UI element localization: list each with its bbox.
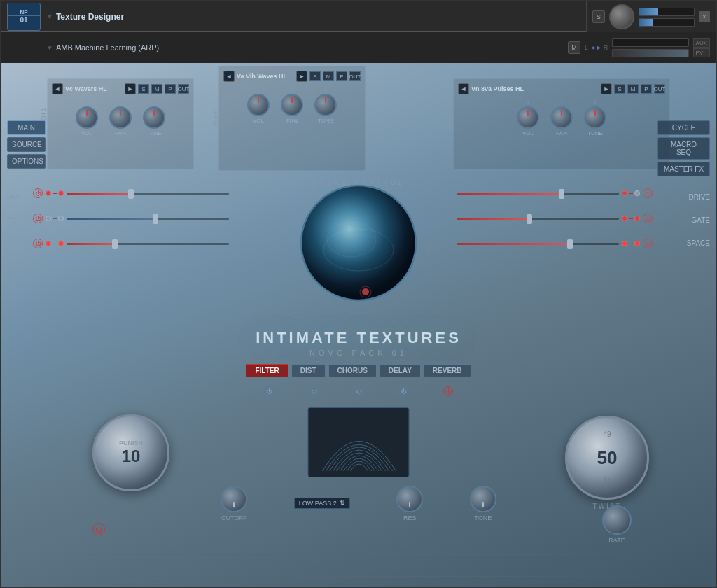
ch3-tune-knob[interactable]	[584, 106, 606, 129]
delay-power-icon[interactable]: ⏻	[398, 386, 408, 396]
master-fx-button[interactable]: MASTER FX	[657, 162, 710, 176]
ch2-label-container: CH 2	[209, 111, 221, 126]
tab-dist[interactable]: DIST	[291, 364, 326, 377]
tone-knob[interactable]	[470, 486, 496, 512]
ch2-p[interactable]: P	[336, 71, 347, 81]
ch1-m[interactable]: M	[151, 84, 162, 94]
ch2-vol-knob[interactable]	[247, 94, 270, 116]
cycle-button[interactable]: CYCLE	[657, 120, 710, 135]
brand-name: HEAVYOCITY	[316, 562, 401, 570]
ch3-m[interactable]: M	[627, 84, 639, 94]
dist-power-icon[interactable]: ⏻	[309, 386, 319, 396]
ch2-out[interactable]: OUT	[349, 71, 361, 81]
ch2-pan-knob[interactable]	[281, 94, 303, 116]
ch3-p[interactable]: P	[641, 84, 652, 94]
env-mid-conn[interactable]	[58, 190, 64, 196]
eq-label: EQ	[7, 213, 32, 223]
ch1-tune-knob[interactable]	[143, 106, 165, 129]
drive-slider[interactable]	[457, 192, 619, 195]
ch2-prev[interactable]: ◄	[223, 71, 235, 82]
s-button[interactable]: S	[592, 10, 605, 23]
eq-power[interactable]: ⏻	[33, 214, 43, 223]
gate-power[interactable]: ⏻	[643, 214, 653, 223]
ch3-s[interactable]: S	[614, 84, 625, 94]
ch1-out[interactable]: OUT	[178, 84, 189, 94]
tune-knob[interactable]	[609, 4, 634, 29]
eq-connector-area	[46, 216, 64, 221]
filter-power-icon[interactable]: ⏻	[264, 386, 274, 396]
close-button[interactable]: ×	[699, 11, 710, 22]
ch2-tune-knob[interactable]	[314, 94, 337, 116]
drive-mid-conn[interactable]	[634, 190, 640, 196]
space-right-conn[interactable]	[622, 241, 627, 246]
eq-left-conn[interactable]	[46, 216, 51, 221]
ch3-pan-knob[interactable]	[550, 106, 573, 129]
tune-control	[609, 4, 634, 29]
m-button[interactable]: M	[568, 41, 580, 54]
punish-knob[interactable]: PUNISH 10	[92, 414, 169, 491]
env-left-conn[interactable]	[46, 190, 51, 196]
filter-power[interactable]: ⏻	[33, 239, 43, 248]
chorus-power-icon[interactable]: ⏻	[354, 386, 363, 396]
reverb-pwr: ⏻	[427, 386, 469, 396]
gate-mid-conn[interactable]	[634, 216, 640, 221]
filter-left-conn[interactable]	[46, 241, 51, 246]
filter-mid-conn[interactable]	[58, 241, 64, 246]
inst-name: INTIMATE TEXTURES	[1, 329, 716, 347]
drive-power[interactable]: ⏻	[643, 188, 653, 198]
reverb-power-icon[interactable]: ⏻	[443, 386, 453, 396]
cutoff-group: CUTOFF	[221, 486, 247, 522]
drive-right-conn[interactable]	[622, 190, 627, 196]
twist-knob[interactable]: 49 50 51	[565, 416, 649, 500]
ch1-pan-label: PAN	[115, 130, 126, 136]
main-button[interactable]: MAIN	[7, 120, 46, 135]
ch2-pan-label: PAN	[286, 118, 298, 124]
res-knob[interactable]	[396, 486, 423, 512]
ch3-out[interactable]: OUT	[654, 84, 665, 94]
ch3-next[interactable]: ►	[601, 83, 612, 94]
macro-seq-button[interactable]: MACRO SEQ	[657, 137, 710, 160]
cutoff-knob[interactable]	[221, 486, 247, 512]
ch1-p[interactable]: P	[165, 84, 176, 94]
env-slider[interactable]	[67, 192, 229, 195]
ch1-next[interactable]: ►	[125, 83, 136, 94]
ch1-vol-knob[interactable]	[76, 106, 98, 129]
eq-mid-conn[interactable]	[58, 216, 64, 221]
tab-delay[interactable]: DELAY	[380, 364, 421, 377]
space-slider[interactable]	[457, 243, 619, 245]
drive-label: DRIVE	[687, 190, 710, 201]
ch3-prev[interactable]: ◄	[458, 83, 469, 94]
gate-right-conn[interactable]	[622, 216, 627, 221]
space-mid-conn[interactable]	[634, 241, 640, 246]
left-sidebar: MAIN SOURCE OPTIONS	[7, 120, 46, 169]
ch1-prev[interactable]: ◄	[52, 83, 63, 94]
ch1-pan-knob[interactable]	[109, 106, 132, 129]
tab-chorus[interactable]: CHORUS	[328, 364, 377, 377]
ch2-next[interactable]: ►	[296, 71, 307, 82]
footer-line-top	[57, 554, 660, 555]
eq-slider[interactable]	[67, 218, 229, 220]
source-button[interactable]: SOURCE	[7, 137, 46, 152]
ch3-pan-arrows: ↕	[560, 99, 563, 105]
orb-ring-outer	[285, 169, 432, 316]
dist-pwr: ⏻	[293, 386, 335, 396]
ch3-tune-label: TUNE	[587, 130, 603, 136]
delay-pwr: ⏻	[382, 386, 424, 396]
ch3-vol-knob[interactable]	[517, 106, 539, 129]
fx-power-row: ⏻ ⏻ ⏻ ⏻ ⏻	[1, 386, 716, 396]
tab-filter[interactable]: FILTER	[246, 364, 288, 377]
ch1-s[interactable]: S	[138, 84, 149, 94]
rate-knob[interactable]	[602, 505, 632, 535]
options-button[interactable]: OPTIONS	[7, 154, 46, 169]
gate-slider[interactable]	[457, 218, 619, 220]
lowpass-selector[interactable]: LOW PASS 2 ⇅	[294, 498, 350, 509]
space-power[interactable]: ⏻	[643, 239, 653, 248]
env-power[interactable]: ⏻	[33, 188, 43, 198]
tab-reverb[interactable]: REVERB	[424, 364, 471, 377]
preset-subtitle: AMB Machine Learning (ARP)	[56, 43, 650, 52]
ch2-s[interactable]: S	[309, 71, 321, 81]
ch2-m[interactable]: M	[323, 71, 334, 81]
filter-slider[interactable]	[67, 243, 229, 245]
macro-right-sliders: ⏻ ⏻ ⏻	[457, 185, 653, 260]
bottom-power-button[interactable]: ⏻	[92, 523, 105, 536]
